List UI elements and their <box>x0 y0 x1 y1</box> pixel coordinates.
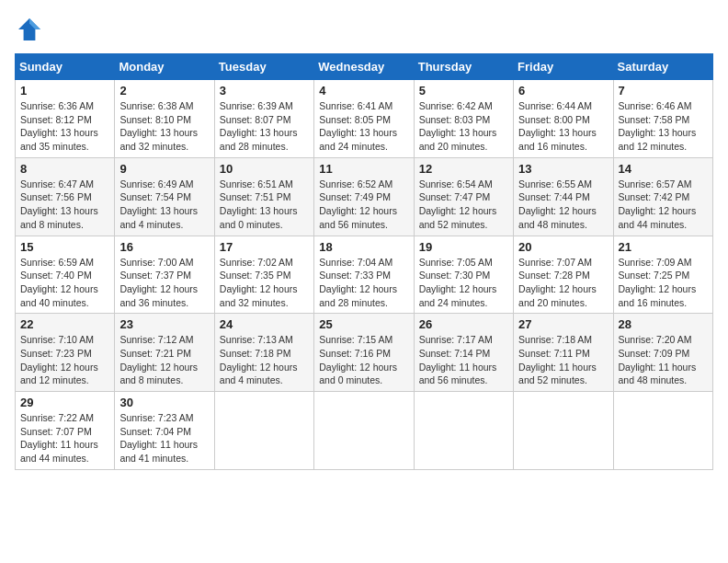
day-number: 14 <box>619 162 708 176</box>
day-detail: Sunrise: 6:42 AMSunset: 8:03 PMDaylight:… <box>419 99 508 154</box>
day-number: 3 <box>220 84 309 98</box>
day-detail: Sunrise: 7:18 AMSunset: 7:11 PMDaylight:… <box>518 333 608 387</box>
day-detail: Sunrise: 7:12 AMSunset: 7:21 PMDaylight:… <box>119 333 209 387</box>
day-detail: Sunrise: 7:15 AMSunset: 7:16 PMDaylight:… <box>319 333 408 387</box>
calendar-cell: 9Sunrise: 6:49 AMSunset: 7:54 PMDaylight… <box>115 157 214 236</box>
calendar-header-row: SundayMondayTuesdayWednesdayThursdayFrid… <box>16 54 713 80</box>
calendar-cell: 20Sunrise: 7:07 AMSunset: 7:28 PMDayligh… <box>514 236 613 314</box>
calendar-week-1: 1Sunrise: 6:36 AMSunset: 8:12 PMDaylight… <box>16 80 713 158</box>
calendar-cell: 27Sunrise: 7:18 AMSunset: 7:11 PMDayligh… <box>514 314 613 392</box>
day-header-sunday: Sunday <box>16 54 115 80</box>
day-detail: Sunrise: 7:10 AMSunset: 7:23 PMDaylight:… <box>20 333 109 387</box>
day-header-thursday: Thursday <box>414 54 513 80</box>
day-detail: Sunrise: 6:47 AMSunset: 7:56 PMDaylight:… <box>20 178 109 232</box>
calendar-cell: 14Sunrise: 6:57 AMSunset: 7:42 PMDayligh… <box>613 157 712 236</box>
calendar-cell: 21Sunrise: 7:09 AMSunset: 7:25 PMDayligh… <box>613 236 712 314</box>
calendar-cell: 22Sunrise: 7:10 AMSunset: 7:23 PMDayligh… <box>16 314 115 392</box>
day-number: 4 <box>319 84 408 98</box>
day-detail: Sunrise: 6:52 AMSunset: 7:49 PMDaylight:… <box>319 178 408 232</box>
day-header-tuesday: Tuesday <box>214 54 313 80</box>
calendar-cell: 8Sunrise: 6:47 AMSunset: 7:56 PMDaylight… <box>16 157 115 236</box>
calendar-cell: 29Sunrise: 7:22 AMSunset: 7:07 PMDayligh… <box>16 392 115 470</box>
calendar-cell: 18Sunrise: 7:04 AMSunset: 7:33 PMDayligh… <box>314 236 414 314</box>
day-number: 20 <box>518 240 608 254</box>
day-number: 10 <box>220 162 309 176</box>
day-detail: Sunrise: 6:55 AMSunset: 7:44 PMDaylight:… <box>518 178 608 232</box>
day-header-monday: Monday <box>115 54 214 80</box>
day-detail: Sunrise: 7:09 AMSunset: 7:25 PMDaylight:… <box>619 256 708 310</box>
day-number: 16 <box>119 240 209 254</box>
day-number: 28 <box>619 317 708 331</box>
day-number: 1 <box>20 84 109 98</box>
day-detail: Sunrise: 6:41 AMSunset: 8:05 PMDaylight:… <box>319 99 408 154</box>
day-number: 17 <box>220 240 309 254</box>
day-header-saturday: Saturday <box>613 54 712 80</box>
day-detail: Sunrise: 7:17 AMSunset: 7:14 PMDaylight:… <box>419 333 508 387</box>
day-detail: Sunrise: 7:23 AMSunset: 7:04 PMDaylight:… <box>119 411 209 465</box>
day-number: 21 <box>619 240 708 254</box>
calendar-week-4: 22Sunrise: 7:10 AMSunset: 7:23 PMDayligh… <box>16 314 713 392</box>
day-detail: Sunrise: 7:13 AMSunset: 7:18 PMDaylight:… <box>220 333 309 387</box>
day-detail: Sunrise: 7:05 AMSunset: 7:30 PMDaylight:… <box>419 256 508 310</box>
day-header-wednesday: Wednesday <box>314 54 414 80</box>
day-detail: Sunrise: 6:46 AMSunset: 7:58 PMDaylight:… <box>619 99 708 154</box>
logo <box>15 15 48 44</box>
day-number: 29 <box>20 396 109 409</box>
day-detail: Sunrise: 7:00 AMSunset: 7:37 PMDaylight:… <box>119 256 209 310</box>
day-number: 18 <box>319 240 408 254</box>
calendar-body: 1Sunrise: 6:36 AMSunset: 8:12 PMDaylight… <box>16 80 713 470</box>
calendar-cell: 4Sunrise: 6:41 AMSunset: 8:05 PMDaylight… <box>314 80 414 158</box>
day-detail: Sunrise: 6:57 AMSunset: 7:42 PMDaylight:… <box>619 178 708 232</box>
day-number: 15 <box>20 240 109 254</box>
day-number: 7 <box>619 84 708 98</box>
day-number: 5 <box>419 84 508 98</box>
calendar-cell <box>514 392 613 470</box>
calendar-cell <box>214 392 313 470</box>
day-number: 8 <box>20 162 109 176</box>
calendar-cell: 1Sunrise: 6:36 AMSunset: 8:12 PMDaylight… <box>16 80 115 158</box>
calendar-cell: 12Sunrise: 6:54 AMSunset: 7:47 PMDayligh… <box>414 157 513 236</box>
calendar-cell <box>613 392 712 470</box>
calendar-table: SundayMondayTuesdayWednesdayThursdayFrid… <box>15 53 713 470</box>
calendar-cell: 24Sunrise: 7:13 AMSunset: 7:18 PMDayligh… <box>214 314 313 392</box>
day-number: 24 <box>220 317 309 331</box>
calendar-cell: 25Sunrise: 7:15 AMSunset: 7:16 PMDayligh… <box>314 314 414 392</box>
day-detail: Sunrise: 7:20 AMSunset: 7:09 PMDaylight:… <box>619 333 708 387</box>
calendar-cell: 15Sunrise: 6:59 AMSunset: 7:40 PMDayligh… <box>16 236 115 314</box>
day-detail: Sunrise: 6:38 AMSunset: 8:10 PMDaylight:… <box>119 99 209 154</box>
calendar-cell: 5Sunrise: 6:42 AMSunset: 8:03 PMDaylight… <box>414 80 513 158</box>
day-number: 23 <box>119 317 209 331</box>
calendar-cell: 19Sunrise: 7:05 AMSunset: 7:30 PMDayligh… <box>414 236 513 314</box>
day-detail: Sunrise: 7:07 AMSunset: 7:28 PMDaylight:… <box>518 256 608 310</box>
day-number: 2 <box>119 84 209 98</box>
day-detail: Sunrise: 6:44 AMSunset: 8:00 PMDaylight:… <box>518 99 608 154</box>
day-number: 13 <box>518 162 608 176</box>
calendar-week-3: 15Sunrise: 6:59 AMSunset: 7:40 PMDayligh… <box>16 236 713 314</box>
calendar-cell: 30Sunrise: 7:23 AMSunset: 7:04 PMDayligh… <box>115 392 214 470</box>
day-number: 6 <box>518 84 608 98</box>
calendar-cell <box>314 392 414 470</box>
calendar-cell <box>414 392 513 470</box>
day-number: 9 <box>119 162 209 176</box>
day-number: 19 <box>419 240 508 254</box>
day-detail: Sunrise: 7:02 AMSunset: 7:35 PMDaylight:… <box>220 256 309 310</box>
calendar-cell: 11Sunrise: 6:52 AMSunset: 7:49 PMDayligh… <box>314 157 414 236</box>
day-number: 12 <box>419 162 508 176</box>
calendar-cell: 3Sunrise: 6:39 AMSunset: 8:07 PMDaylight… <box>214 80 313 158</box>
calendar-cell: 2Sunrise: 6:38 AMSunset: 8:10 PMDaylight… <box>115 80 214 158</box>
logo-icon <box>15 15 44 44</box>
day-number: 22 <box>20 317 109 331</box>
calendar-cell: 28Sunrise: 7:20 AMSunset: 7:09 PMDayligh… <box>613 314 712 392</box>
day-detail: Sunrise: 6:49 AMSunset: 7:54 PMDaylight:… <box>119 178 209 232</box>
day-detail: Sunrise: 7:04 AMSunset: 7:33 PMDaylight:… <box>319 256 408 310</box>
day-detail: Sunrise: 7:22 AMSunset: 7:07 PMDaylight:… <box>20 411 109 465</box>
day-number: 25 <box>319 317 408 331</box>
day-detail: Sunrise: 6:51 AMSunset: 7:51 PMDaylight:… <box>220 178 309 232</box>
calendar-cell: 23Sunrise: 7:12 AMSunset: 7:21 PMDayligh… <box>115 314 214 392</box>
calendar-cell: 10Sunrise: 6:51 AMSunset: 7:51 PMDayligh… <box>214 157 313 236</box>
day-header-friday: Friday <box>514 54 613 80</box>
calendar-cell: 17Sunrise: 7:02 AMSunset: 7:35 PMDayligh… <box>214 236 313 314</box>
day-detail: Sunrise: 6:54 AMSunset: 7:47 PMDaylight:… <box>419 178 508 232</box>
calendar-cell: 7Sunrise: 6:46 AMSunset: 7:58 PMDaylight… <box>613 80 712 158</box>
calendar-cell: 26Sunrise: 7:17 AMSunset: 7:14 PMDayligh… <box>414 314 513 392</box>
